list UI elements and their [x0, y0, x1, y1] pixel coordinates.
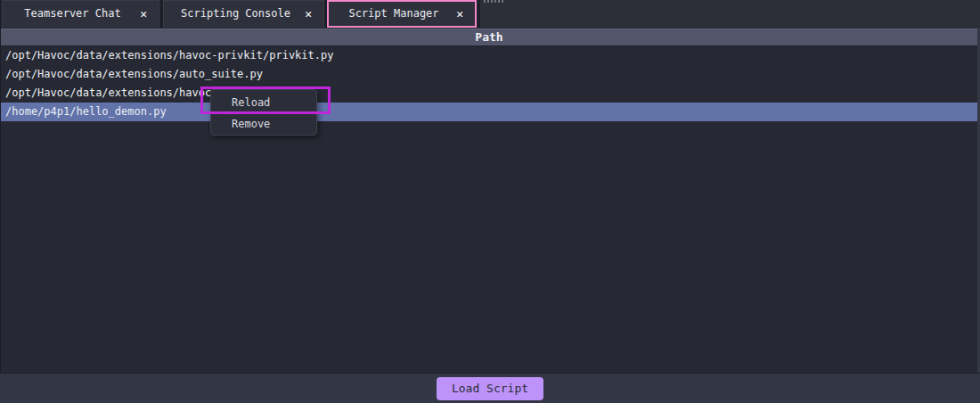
tab-label: Script Manager: [348, 2, 454, 26]
tab-teamserver-chat[interactable]: Teamserver Chat ✕: [2, 0, 159, 28]
tab-label: Scripting Console: [181, 1, 306, 27]
dock-drag-handle-icon[interactable]: [484, 0, 503, 3]
tab-scripting-console[interactable]: Scripting Console ✕: [163, 0, 324, 28]
load-script-button[interactable]: Load Script: [437, 377, 543, 400]
close-icon[interactable]: ✕: [456, 2, 463, 26]
close-icon[interactable]: ✕: [305, 1, 312, 28]
menu-item-remove[interactable]: Remove: [211, 113, 316, 135]
column-header-path[interactable]: Path: [1, 28, 977, 46]
tab-bar: Teamserver Chat ✕ Scripting Console ✕ Sc…: [0, 0, 980, 28]
tab-label: Teamserver Chat: [24, 1, 136, 27]
tab-script-manager-active[interactable]: Script Manager ✕: [327, 0, 477, 28]
script-row-havoc-obscured[interactable]: /opt/Havoc/data/extensions/havoc: [1, 84, 977, 103]
bottom-bar: Load Script: [0, 373, 980, 403]
script-row-hello-demon-selected[interactable]: /home/p4p1/hello_demon.py: [1, 103, 977, 121]
context-menu: Reload Remove: [210, 89, 317, 136]
script-row-privkit[interactable]: /opt/Havoc/data/extensions/havoc-privkit…: [1, 46, 977, 65]
script-manager-panel: Path /opt/Havoc/data/extensions/havoc-pr…: [0, 28, 977, 373]
menu-item-reload[interactable]: Reload: [211, 92, 316, 113]
script-row-auto-suite[interactable]: /opt/Havoc/data/extensions/auto_suite.py: [1, 65, 977, 84]
close-icon[interactable]: ✕: [140, 1, 147, 28]
